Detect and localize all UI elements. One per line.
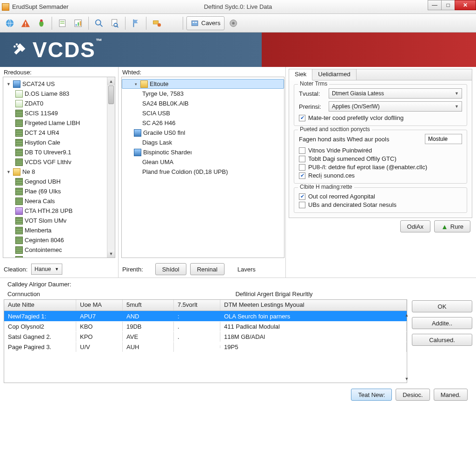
tree-item[interactable]: VOT Slom UMv [3, 216, 115, 225]
cleation-label: Cleation: [4, 266, 27, 273]
prerinsi-select[interactable]: Applies (On/SerlW)▼ [329, 101, 462, 112]
tree-item[interactable]: SA24 BBL0K.AlB [122, 99, 284, 108]
pirenth-label: Pirenth: [122, 266, 143, 273]
scroll-down-icon[interactable]: ▼ [107, 250, 115, 258]
desioc-button[interactable]: Desioc. [396, 389, 430, 401]
chk-mate[interactable]: ✔ [299, 115, 305, 121]
table-row[interactable]: Cop Olysnol2KBO19DB.411 Padlical Modulal [4, 321, 407, 331]
tree-item[interactable]: Mlenberta [3, 225, 115, 235]
tree-item[interactable]: VCDS VGF Llthlv [3, 157, 115, 167]
bug-icon[interactable] [34, 16, 48, 30]
tree-item[interactable]: Ceginten 8046 [3, 235, 115, 245]
cavers-button[interactable]: Cavers [186, 16, 225, 30]
rure-button[interactable]: ▲Rure [434, 220, 470, 232]
chart-icon[interactable] [71, 16, 85, 30]
tree-item[interactable]: Hisytlon Cale [3, 138, 115, 147]
window-title-center: Deftind Sydc.0: Live Data [204, 3, 272, 10]
doc-icon [15, 100, 23, 107]
chk-vitnos[interactable] [299, 147, 305, 154]
gear-icon[interactable] [226, 16, 240, 30]
group-noter: Noter Trms Tvustal: Dtmert Giasia Latess… [294, 84, 467, 126]
settings-tabpanel: Siek Uelidiarmed Noter Trms Tvustal: Dtm… [289, 69, 472, 218]
chk-out[interactable]: ✔ [299, 193, 305, 200]
window-title-left: ErudSupt Semmader [12, 3, 68, 10]
tree-item[interactable]: DCT 24 UR4 [3, 128, 115, 138]
odiax-button[interactable]: OdiAx [400, 220, 430, 232]
svg-point-24 [232, 22, 235, 25]
warning-icon[interactable] [19, 16, 33, 30]
tree-item[interactable]: Gegnod UBH [3, 177, 115, 186]
col-3[interactable]: 7.5vorlt [174, 300, 220, 311]
scroll-up-icon[interactable]: ▲ [107, 77, 115, 85]
svg-point-12 [96, 20, 101, 25]
tab-uelidiarmed[interactable]: Uelidiarmed [312, 69, 356, 80]
maned-button[interactable]: Maned. [434, 389, 468, 401]
tree-item[interactable]: D.OS Liame 883 [3, 89, 115, 99]
tree-item[interactable]: Bispinotic Shardeı [122, 147, 284, 157]
chk-tobit[interactable] [299, 156, 305, 162]
tree-item[interactable]: Appliaic Hettel [3, 255, 115, 258]
calursed-button[interactable]: Calursed. [412, 334, 472, 346]
sheet-icon[interactable] [55, 16, 69, 30]
globe-icon[interactable] [3, 16, 17, 30]
col-1[interactable]: Uoe MA [76, 300, 123, 311]
tree-item[interactable]: Diags Lask [122, 138, 284, 147]
table-row[interactable]: Page Pagired 3.U/VAUH19P5 [4, 342, 407, 352]
reninal-button[interactable]: Reninal [190, 263, 225, 275]
left-pane-label: Rredouse: [0, 67, 118, 77]
tree-item[interactable]: ▼SCAT24 US [3, 79, 115, 89]
ok-button[interactable]: OK [412, 300, 472, 312]
tool-icon[interactable] [150, 16, 164, 30]
table-row[interactable]: Satsl Gagned 2.KPOAVE.118M GB/ADAl [4, 331, 407, 342]
tree-item[interactable]: Glean UMA [122, 157, 284, 167]
tree-item[interactable]: SCIA USB [122, 108, 284, 118]
middle-tree[interactable]: ▾EltouteTyrge Ue, 7583SA24 BBL0K.AlBSCIA… [121, 77, 284, 258]
left-scrollbar[interactable]: ▲ ▼ [107, 77, 115, 258]
tab-siek[interactable]: Siek [289, 69, 312, 80]
left-tree[interactable]: ▼SCAT24 USD.OS Liame 883ZDAT0SCIS 11S49F… [3, 77, 115, 258]
col-4[interactable]: DTM Meeten Lestings Myoual [220, 300, 407, 311]
stack-icon [15, 188, 23, 195]
tree-item[interactable]: Tyrge Ue, 7583 [122, 89, 284, 99]
search-doc-icon[interactable] [108, 16, 122, 30]
tree-item[interactable]: Plae (69 UIks [3, 186, 115, 196]
tree-item[interactable]: SC A26 H46 [122, 118, 284, 128]
tree-item[interactable]: Neera Cals [3, 196, 115, 206]
tree-item[interactable]: ▾Eltoute [122, 79, 284, 89]
minimize-button[interactable]: — [428, 0, 442, 10]
table-row[interactable]: Newl7agied 1:APU7AND:OLA Seurch foin par… [4, 311, 407, 321]
cleation-combo[interactable]: Hanue▼ [31, 264, 62, 275]
flag-icon[interactable] [129, 16, 143, 30]
tree-item[interactable]: SCIS 11S49 [3, 108, 115, 118]
tvustal-select[interactable]: Dtmert Giasia Latess▼ [329, 88, 462, 99]
chk-recli[interactable]: ✔ [299, 172, 305, 179]
tree-item[interactable]: Pland frue Coldion (0D,18 UPB) [122, 167, 284, 177]
shidol-button[interactable]: Shídol [155, 263, 186, 275]
col-0[interactable]: Aute Nitte [4, 300, 76, 311]
svg-line-13 [100, 24, 103, 26]
tree-item[interactable]: Gracile US0 flnl [122, 128, 284, 138]
moon-icon[interactable] [165, 16, 179, 30]
bottom-section: Calldey Alrigor Daumer: Cornnuction Defi… [0, 278, 476, 403]
chk-ubs[interactable] [299, 202, 305, 208]
fagen-input[interactable] [425, 134, 462, 144]
chk-pu8[interactable] [299, 164, 305, 171]
tree-item[interactable]: DB T0 Ulrever9.1 [3, 147, 115, 157]
col-2[interactable]: 5muft [123, 300, 174, 311]
stack-icon [15, 237, 23, 244]
stack-icon [15, 178, 23, 185]
tree-item[interactable]: Flrgeted Llame LIBH [3, 118, 115, 128]
tree-item[interactable]: Contointemec [3, 245, 115, 255]
maximize-button[interactable]: □ [441, 0, 455, 10]
window-buttons: — □ ✕ [428, 0, 476, 10]
tree-item[interactable]: CTA HTH.28 UPB [3, 206, 115, 216]
addite-button[interactable]: Addite.. [412, 317, 472, 329]
teat-news-button[interactable]: Teat New: [351, 389, 392, 401]
tree-item[interactable]: ▼Ne 8 [3, 167, 115, 177]
svg-rect-11 [80, 21, 81, 26]
results-table[interactable]: Aute Nitte Uoe MA 5muft 7.5vorlt DTM Mee… [4, 299, 407, 383]
close-button[interactable]: ✕ [455, 0, 476, 10]
tree-item[interactable]: ZDAT0 [3, 99, 115, 108]
scroll-thumb[interactable] [108, 86, 114, 104]
search-icon[interactable] [92, 16, 106, 30]
